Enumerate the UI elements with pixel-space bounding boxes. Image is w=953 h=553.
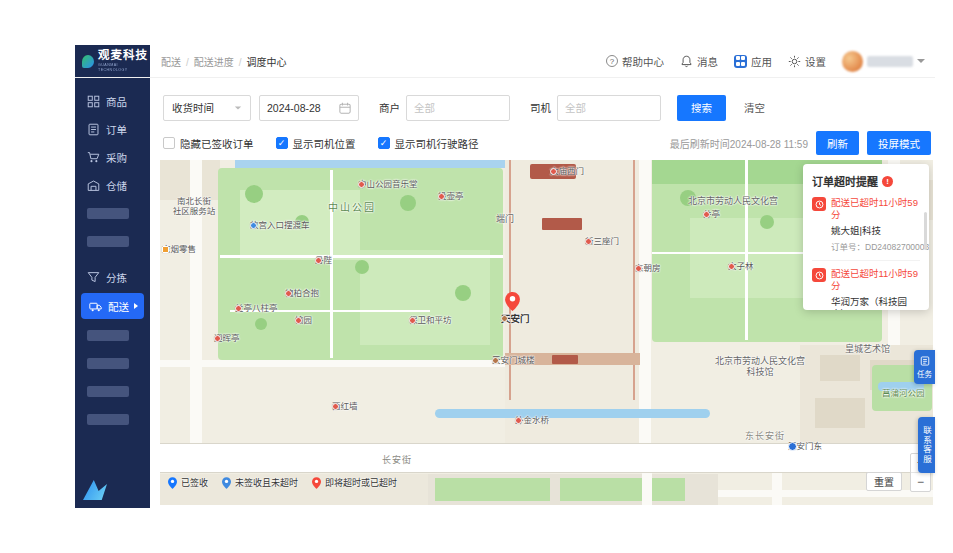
warehouse-icon <box>87 179 100 192</box>
funnel-icon <box>87 271 100 284</box>
timeout-order-card[interactable]: 配送已超时11小时59分 姚大姐|科技 订单号：DD24082700003 <box>812 197 920 252</box>
panel-title: 订单超时提醒 <box>812 173 878 189</box>
merchant-input[interactable] <box>406 95 510 121</box>
time-type-select[interactable]: 收货时间 <box>163 95 251 121</box>
filter-bar: 收货时间 2024-08-28 商户 司机 搜索 清空 <box>163 94 771 121</box>
map-label-duanmen: 端门 <box>496 214 514 225</box>
poi-icon <box>285 290 292 297</box>
contact-support-button[interactable]: 联系客服 <box>918 417 935 473</box>
red-pin-icon <box>312 477 321 489</box>
poi-icon <box>438 193 445 200</box>
apps-label: 应用 <box>751 54 772 69</box>
map-shape <box>560 478 685 501</box>
date-picker[interactable]: 2024-08-28 <box>259 95 359 121</box>
map-label: 南北长街 社区服务站 <box>162 196 226 216</box>
map-tree <box>455 285 471 301</box>
sidebar-item-redacted[interactable] <box>75 321 150 349</box>
sidebar-item-label: 采购 <box>106 150 127 165</box>
map-label: 故宫入口摆渡车 <box>250 220 310 230</box>
poi-icon <box>409 317 416 324</box>
blue-pin-icon <box>222 477 231 489</box>
checkbox-icon: ✓ <box>276 137 288 149</box>
zoom-out-button[interactable]: − <box>911 472 930 491</box>
clear-button[interactable]: 清空 <box>738 99 771 116</box>
hide-signed-orders-checkbox[interactable]: 隐藏已签收订单 <box>163 136 254 151</box>
logo[interactable]: 观麦科技 GUANMAI TECHNOLOGY <box>75 45 150 77</box>
redacted-label <box>87 414 129 425</box>
map-label: 丹陛 <box>315 255 332 265</box>
sidebar-item-products[interactable]: 商品 <box>75 87 150 115</box>
avatar <box>842 51 863 72</box>
poi-icon <box>703 211 710 218</box>
map-canvas[interactable]: 南北长街 社区服务站 故宫入口摆渡车 京烟零售 中山公园 中山公园音乐堂 投壶亭… <box>160 160 933 505</box>
map-label: 投壶亭 <box>438 191 464 201</box>
breadcrumb-dispatch-center: 调度中心 <box>234 54 287 69</box>
task-floating-button[interactable]: 任务 <box>914 350 935 384</box>
breadcrumb-progress[interactable]: 配送进度 <box>181 54 234 69</box>
sidebar-item-redacted[interactable] <box>75 199 150 227</box>
map-shape <box>815 398 865 428</box>
app-window: 观麦科技 GUANMAI TECHNOLOGY 配送 配送进度 调度中心 ? 帮… <box>75 45 935 508</box>
order-status: 配送已超时11小时59分 <box>831 268 920 293</box>
poi-icon <box>635 265 642 272</box>
sidebar-item-orders[interactable]: 订单 <box>75 115 150 143</box>
legend-unsigned: 未签收且未超时 <box>222 476 298 489</box>
timeout-order-card[interactable]: 配送已超时11小时59分 华润万家（科技园店）2 订单号：DD240827000… <box>812 260 920 310</box>
sidebar-item-sorting[interactable]: 分拣 <box>75 263 150 291</box>
map-legend: 已签收 未签收且未超时 即将超时或已超时 <box>168 476 397 489</box>
reset-button[interactable]: 重置 <box>866 472 902 491</box>
settings-button[interactable]: 设置 <box>788 54 826 69</box>
apps-icon <box>734 55 747 68</box>
poi-icon <box>492 357 499 364</box>
merchant-label: 商户 <box>379 100 400 115</box>
sidebar-item-redacted[interactable] <box>75 405 150 433</box>
order-merchant: 华润万家（科技园店）2 <box>831 296 920 310</box>
sidebar-item-redacted[interactable] <box>75 227 150 255</box>
map-road-label: 东长安街 <box>745 431 785 442</box>
sidebar-item-warehouse[interactable]: 仓储 <box>75 171 150 199</box>
sidebar-item-purchasing[interactable]: 采购 <box>75 143 150 171</box>
poi-icon <box>728 263 735 270</box>
panel-scrollbar[interactable] <box>924 212 927 250</box>
breadcrumb-delivery[interactable]: 配送 <box>161 54 181 69</box>
sidebar-item-delivery[interactable]: 配送 <box>81 293 144 319</box>
poi-icon <box>515 417 522 424</box>
apps-button[interactable]: 应用 <box>734 54 772 69</box>
top-header: 观麦科技 GUANMAI TECHNOLOGY 配送 配送进度 调度中心 ? 帮… <box>75 45 935 78</box>
legend-overtime: 即将超时或已超时 <box>312 476 397 489</box>
map-label-zhongshan-park: 中山公园 <box>328 202 376 214</box>
sidebar-item-redacted[interactable] <box>75 377 150 405</box>
document-icon <box>87 123 100 136</box>
messages-button[interactable]: 消息 <box>680 54 718 69</box>
map-tree <box>255 318 267 330</box>
driver-input[interactable] <box>557 95 661 121</box>
sidebar-item-redacted[interactable] <box>75 349 150 377</box>
map-label-tiananmen-tower: 天安门城楼 <box>492 355 535 365</box>
task-list-icon <box>920 356 930 366</box>
chevron-down-icon <box>917 59 925 63</box>
map-label: 兰亭八柱亭 <box>235 303 278 313</box>
map-label: 东朝房 <box>635 263 661 273</box>
map-label-tiananmen: 天安门 <box>501 313 530 324</box>
cast-mode-button[interactable]: 投屏模式 <box>867 131 931 155</box>
order-status: 配送已超时11小时59分 <box>831 197 920 222</box>
map-label-metro-station: 天安门东 <box>788 441 822 451</box>
help-center-button[interactable]: ? 帮助中心 <box>606 54 664 69</box>
messages-label: 消息 <box>697 54 718 69</box>
checkbox-icon <box>163 137 175 149</box>
truck-icon <box>89 300 102 313</box>
search-button[interactable]: 搜索 <box>677 95 726 121</box>
map-label: 太子林 <box>728 261 754 271</box>
user-menu[interactable] <box>842 51 925 72</box>
refresh-button[interactable]: 刷新 <box>816 131 859 155</box>
map-label: 菖蒲河公园 <box>882 388 925 398</box>
time-type-value: 收货时间 <box>172 100 214 115</box>
panel-title-row: 订单超时提醒 ! <box>812 173 920 189</box>
map-label: 太庙西门 <box>550 166 584 176</box>
settings-label: 设置 <box>805 54 826 69</box>
show-driver-location-checkbox[interactable]: ✓ 显示司机位置 <box>276 136 356 151</box>
show-driver-route-checkbox[interactable]: ✓ 显示司机行驶路径 <box>378 136 479 151</box>
delivery-pin-tiananmen[interactable] <box>505 292 520 315</box>
alert-badge: ! <box>882 176 893 187</box>
shop-icon <box>162 246 169 253</box>
